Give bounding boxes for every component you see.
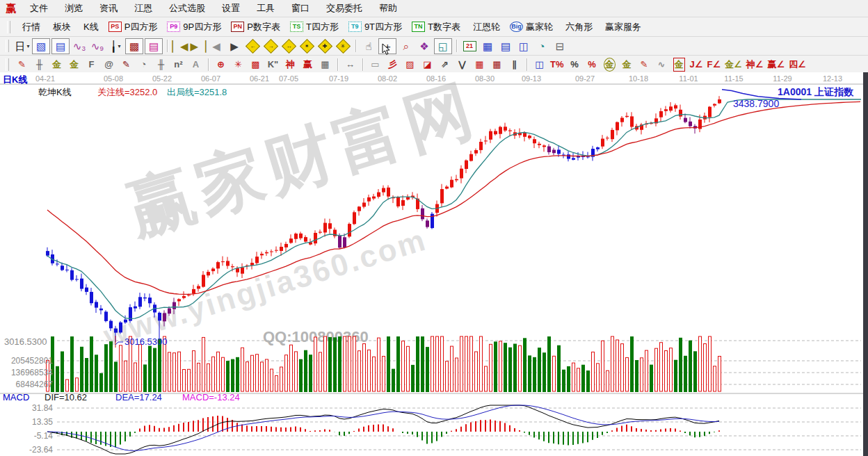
t-number-button[interactable]: TNT数字表 bbox=[407, 19, 465, 35]
p-number-button[interactable]: PNP数字表 bbox=[226, 19, 285, 35]
menu-item-1[interactable]: 浏览 bbox=[56, 0, 91, 17]
gold-line-tool[interactable]: 金 bbox=[619, 58, 635, 71]
first-page-button[interactable]: ▏◀ bbox=[172, 39, 188, 54]
gann-lines-tool-icon: ╫ bbox=[36, 59, 42, 70]
stats-tool-button[interactable]: ◱ bbox=[434, 38, 452, 54]
p-square-button[interactable]: PSP四方形 bbox=[104, 19, 163, 35]
menu-item-3[interactable]: 江恩 bbox=[126, 0, 161, 17]
quotes-button[interactable]: 行情 bbox=[15, 19, 45, 35]
shen-angle-tool[interactable]: 神∠ bbox=[745, 58, 765, 71]
zoom-tool-button[interactable]: ⌕ bbox=[398, 39, 415, 54]
gann-wheel-button[interactable]: 江恩轮 bbox=[465, 19, 505, 35]
period-day-dropdown[interactable]: 日▾ bbox=[14, 39, 31, 54]
9t-square-button[interactable]: T99T四方形 bbox=[344, 19, 407, 35]
gold-angle-tool[interactable]: 金∠ bbox=[723, 58, 744, 71]
k-quote-tool[interactable]: K" bbox=[265, 58, 281, 71]
hand-tool-button[interactable]: ☝ bbox=[360, 39, 377, 54]
region-tool-button[interactable]: ❖ bbox=[416, 39, 433, 54]
target-tool[interactable]: ⊕ bbox=[213, 58, 229, 71]
gold-box-tool[interactable]: 金 bbox=[671, 58, 687, 71]
f-angle-tool[interactable]: F∠ bbox=[706, 58, 723, 71]
distribution-toggle[interactable]: ▤ bbox=[145, 38, 163, 54]
gann-angle-both-button[interactable]: ↔ bbox=[280, 39, 297, 54]
menu-item-6[interactable]: 工具 bbox=[248, 0, 283, 17]
kline-button[interactable]: K线 bbox=[76, 19, 104, 35]
web-grid-tool[interactable]: ▩ bbox=[248, 58, 264, 71]
spiral-tool[interactable]: @ bbox=[101, 58, 117, 71]
brush-tool[interactable]: ✎ bbox=[14, 58, 30, 71]
arrow-fan-tool[interactable]: ⇗ bbox=[437, 58, 453, 71]
gann-cross-button[interactable]: ✚ bbox=[316, 39, 333, 54]
box-diag-tool[interactable]: ◪ bbox=[419, 58, 435, 71]
qiankun-window-toggle[interactable]: ▧ bbox=[32, 38, 50, 54]
menu-item-8[interactable]: 交易委托 bbox=[318, 0, 371, 17]
percent-tool[interactable]: % bbox=[567, 58, 583, 71]
v-lines-tool[interactable]: ⋁ bbox=[454, 58, 470, 71]
next-page-button[interactable]: ▶ bbox=[226, 39, 243, 54]
qiankun-note-toggle[interactable]: ▤ bbox=[51, 38, 70, 54]
width-measure-tool[interactable]: ↔ bbox=[342, 58, 358, 71]
winner-service-button[interactable]: 赢家服务 bbox=[597, 19, 646, 35]
qiankun-k-toggle[interactable]: ▩ bbox=[125, 38, 143, 54]
gann-fan-button[interactable]: ✶ bbox=[298, 39, 315, 54]
menu-item-0[interactable]: 文件 bbox=[22, 0, 56, 17]
calculator-button[interactable]: ▦ bbox=[479, 39, 496, 54]
time-cycle-tool[interactable]: ◔ bbox=[136, 58, 152, 71]
menu-item-2[interactable]: 资讯 bbox=[91, 0, 126, 17]
wave3-button[interactable]: ∿₃ bbox=[71, 39, 88, 54]
shen-tool[interactable]: 神 bbox=[282, 58, 298, 71]
t-percent-tool[interactable]: T% bbox=[549, 58, 565, 71]
notepad-button[interactable]: ▤ bbox=[497, 39, 514, 54]
gann-lines-tool[interactable]: ╫ bbox=[31, 58, 47, 71]
menu-item-7[interactable]: 窗口 bbox=[283, 0, 318, 17]
menu-item-4[interactable]: 公式选股 bbox=[161, 0, 214, 17]
angle-mirror-tool[interactable]: A bbox=[188, 58, 204, 71]
gold-ratio-tool-1[interactable]: 金 bbox=[49, 58, 65, 71]
calendar-button[interactable]: 21 bbox=[461, 39, 478, 54]
wave9-button[interactable]: ∿₉ bbox=[89, 39, 106, 54]
menu-item-9[interactable]: 帮助 bbox=[371, 0, 405, 17]
star-web-tool[interactable]: ✳ bbox=[230, 58, 246, 71]
ruler-tool[interactable]: ▦ bbox=[317, 58, 333, 71]
pen-measure-tool[interactable]: ✎ bbox=[118, 58, 134, 71]
gold-circle-tool[interactable]: 金 bbox=[602, 58, 618, 71]
ying-tool[interactable]: 赢 bbox=[300, 58, 316, 71]
quotes-button-label: 行情 bbox=[22, 21, 40, 33]
ying-angle-tool[interactable]: 赢∠ bbox=[766, 58, 786, 71]
gold-ratio-tool-2[interactable]: 金 bbox=[66, 58, 82, 71]
t-square-button[interactable]: TST四方形 bbox=[285, 19, 344, 35]
parallel-lines-tool[interactable]: ∥ bbox=[506, 58, 522, 71]
sectors-button[interactable]: 板块 bbox=[45, 19, 76, 35]
prev-page-button[interactable]: ◀ bbox=[208, 39, 225, 54]
last-page-button[interactable]: ▶▕ bbox=[190, 39, 207, 54]
printer-button[interactable]: ⊟ bbox=[552, 39, 568, 54]
box-fan-tool[interactable]: ▨ bbox=[402, 58, 418, 71]
winner-wheel-button[interactable]: Big赢家轮 bbox=[505, 19, 558, 35]
hexagon-button[interactable]: 六角形 bbox=[558, 19, 597, 35]
gann-star-button[interactable]: ✳ bbox=[335, 39, 351, 54]
pen-angle-tool[interactable]: ✎ bbox=[636, 58, 652, 71]
spiral-tool-icon: @ bbox=[104, 59, 113, 70]
percent-line-tool[interactable]: % bbox=[584, 58, 600, 71]
red-grid-tool[interactable]: ▦ bbox=[472, 58, 488, 71]
grid-arrow-tool[interactable]: ▦ bbox=[489, 58, 505, 71]
gann-angle-right-button[interactable]: → bbox=[262, 39, 279, 54]
wave-sample-tool[interactable]: ∿ bbox=[654, 58, 670, 71]
vertical-scrollbar[interactable] bbox=[863, 72, 868, 456]
fib-tool[interactable]: F bbox=[83, 58, 99, 71]
four-angle-tool[interactable]: 四∠ bbox=[787, 58, 807, 71]
box-tool[interactable]: ▭ bbox=[367, 58, 383, 71]
density-lines-tool[interactable]: ╫ bbox=[153, 58, 169, 71]
k-quote-tool-icon: K" bbox=[268, 59, 279, 70]
j-angle-tool[interactable]: J∠ bbox=[689, 58, 705, 71]
world-clock-button[interactable]: ◔ bbox=[533, 39, 550, 54]
9p-square-button[interactable]: P99P四方形 bbox=[162, 19, 226, 35]
n-square-tool[interactable]: n² bbox=[170, 58, 186, 71]
gann-angle-left-button[interactable]: ← bbox=[244, 39, 261, 54]
menu-item-5[interactable]: 设置 bbox=[214, 0, 248, 17]
draw-toolbar-items: ✎╫金金F@✎◔╫n²A⊕✳▩K"神赢▦↔▭彡▨◪⇗⋁▦▦∥◫T%%%金金✎∿金… bbox=[13, 58, 808, 71]
chart-percent-tool[interactable]: ◫ bbox=[531, 58, 547, 71]
save-button[interactable]: ◫ bbox=[515, 39, 532, 54]
ray-fan-tool[interactable]: 彡 bbox=[385, 58, 401, 71]
candle-style-dropdown[interactable]: ╽▾ bbox=[107, 39, 124, 54]
